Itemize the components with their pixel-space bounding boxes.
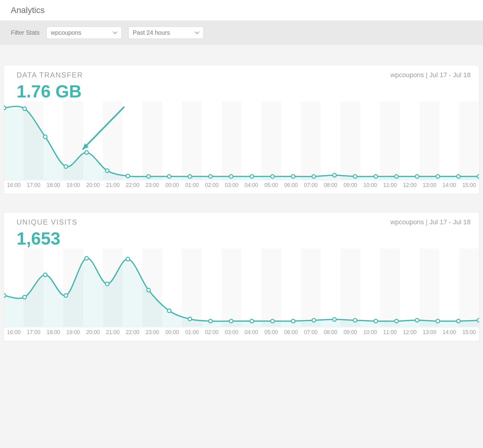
data-point[interactable] xyxy=(105,282,109,286)
data-point[interactable] xyxy=(374,175,378,178)
range-select-value: Past 24 hours xyxy=(133,29,170,36)
data-point[interactable] xyxy=(43,135,47,139)
x-tick: 19:00 xyxy=(63,327,83,338)
data-point[interactable] xyxy=(456,175,460,178)
data-point[interactable] xyxy=(167,175,171,178)
data-point[interactable] xyxy=(312,175,315,178)
x-tick: 03:00 xyxy=(222,327,242,338)
data-point[interactable] xyxy=(64,165,68,168)
data-point[interactable] xyxy=(147,288,150,292)
data-point[interactable] xyxy=(395,319,398,323)
data-point[interactable] xyxy=(85,151,88,154)
data-point[interactable] xyxy=(333,317,336,321)
x-tick: 11:00 xyxy=(380,180,400,191)
data-point[interactable] xyxy=(188,175,192,178)
data-point[interactable] xyxy=(291,319,295,323)
data-point[interactable] xyxy=(353,175,357,178)
x-tick: 04:00 xyxy=(241,180,261,191)
x-tick: 07:00 xyxy=(301,180,321,191)
chart-data-transfer xyxy=(4,101,479,180)
data-point[interactable] xyxy=(312,318,315,322)
page-title: Analytics xyxy=(11,5,472,15)
x-tick: 09:00 xyxy=(340,180,360,191)
x-tick: 01:00 xyxy=(182,180,202,191)
chart-unique-visits xyxy=(4,248,479,327)
data-point[interactable] xyxy=(456,319,460,323)
data-point[interactable] xyxy=(436,319,440,323)
data-point[interactable] xyxy=(209,319,212,323)
x-tick: 02:00 xyxy=(202,180,222,191)
data-point[interactable] xyxy=(436,175,440,178)
card-value: 1.76 GB xyxy=(4,79,479,101)
data-point[interactable] xyxy=(353,318,357,322)
site-select-value: wpcoupons xyxy=(51,29,81,36)
data-point[interactable] xyxy=(477,318,479,322)
x-tick: 11:00 xyxy=(380,327,400,338)
data-point[interactable] xyxy=(271,175,274,178)
x-tick: 19:00 xyxy=(63,180,83,191)
card-title: DATA TRANSFER xyxy=(17,71,83,79)
data-point[interactable] xyxy=(4,294,6,297)
x-tick: 18:00 xyxy=(43,180,63,191)
x-tick: 20:00 xyxy=(83,180,103,191)
card-data-transfer: DATA TRANSFER wpcoupons | Jul 17 - Jul 1… xyxy=(4,65,479,194)
filter-bar: Filter Stats wpcoupons Past 24 hours xyxy=(0,21,483,45)
data-point[interactable] xyxy=(126,174,130,178)
data-point[interactable] xyxy=(271,319,274,323)
x-tick: 00:00 xyxy=(162,180,182,191)
data-point[interactable] xyxy=(23,107,26,110)
chevron-down-icon xyxy=(195,31,199,35)
card-range: wpcoupons | Jul 17 - Jul 18 xyxy=(390,71,471,79)
card-value: 1,653 xyxy=(4,226,479,248)
page-header: Analytics xyxy=(0,0,483,21)
x-tick: 09:00 xyxy=(340,327,360,338)
data-point[interactable] xyxy=(250,319,254,323)
arrow-annotation xyxy=(83,107,124,150)
x-axis: 16:0017:0018:0019:0020:0021:0022:0023:00… xyxy=(4,327,479,341)
data-point[interactable] xyxy=(64,294,68,297)
data-point[interactable] xyxy=(415,175,419,178)
data-point[interactable] xyxy=(229,319,233,323)
x-tick: 20:00 xyxy=(83,327,103,338)
card-title: UNIQUE VISITS xyxy=(17,218,77,226)
x-tick: 13:00 xyxy=(420,180,440,191)
x-tick: 18:00 xyxy=(43,327,63,338)
site-select[interactable]: wpcoupons xyxy=(46,27,122,39)
x-tick: 14:00 xyxy=(439,327,459,338)
data-point[interactable] xyxy=(333,173,336,177)
x-tick: 15:00 xyxy=(459,180,479,191)
data-point[interactable] xyxy=(167,309,171,313)
x-tick: 06:00 xyxy=(281,327,301,338)
range-select[interactable]: Past 24 hours xyxy=(128,27,204,39)
x-tick: 08:00 xyxy=(321,180,340,191)
x-tick: 05:00 xyxy=(261,327,281,338)
card-unique-visits: UNIQUE VISITS wpcoupons | Jul 17 - Jul 1… xyxy=(4,212,479,341)
x-tick: 06:00 xyxy=(281,180,301,191)
data-point[interactable] xyxy=(374,319,378,323)
x-tick: 12:00 xyxy=(400,180,420,191)
x-tick: 02:00 xyxy=(202,327,222,338)
x-tick: 17:00 xyxy=(24,327,44,338)
x-tick: 23:00 xyxy=(143,327,162,338)
data-point[interactable] xyxy=(229,175,233,178)
data-point[interactable] xyxy=(250,175,254,178)
data-point[interactable] xyxy=(209,175,212,178)
x-tick: 22:00 xyxy=(123,180,143,191)
data-point[interactable] xyxy=(415,318,419,322)
data-point[interactable] xyxy=(43,273,47,276)
data-point[interactable] xyxy=(126,257,130,261)
data-point[interactable] xyxy=(105,169,109,172)
data-point[interactable] xyxy=(395,175,398,178)
card-range: wpcoupons | Jul 17 - Jul 18 xyxy=(390,218,471,226)
data-point[interactable] xyxy=(188,317,192,321)
data-point[interactable] xyxy=(4,106,6,110)
data-point[interactable] xyxy=(85,257,88,260)
chevron-down-icon xyxy=(113,31,117,35)
data-point[interactable] xyxy=(477,175,479,178)
x-tick: 08:00 xyxy=(321,327,340,338)
x-tick: 17:00 xyxy=(24,180,44,191)
data-point[interactable] xyxy=(23,295,26,299)
data-point[interactable] xyxy=(291,175,295,178)
data-point[interactable] xyxy=(147,175,150,178)
x-tick: 21:00 xyxy=(103,180,123,191)
